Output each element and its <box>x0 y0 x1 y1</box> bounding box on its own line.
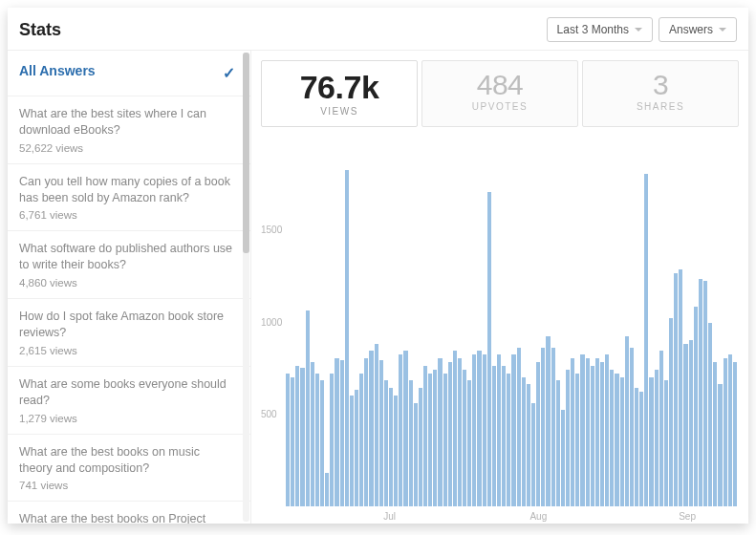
chart-bar <box>320 380 324 506</box>
chart-bar <box>649 377 653 506</box>
chart-bar <box>300 368 304 506</box>
type-label: Answers <box>669 23 713 36</box>
sidebar-item-question: What are some books everyone should read… <box>19 376 233 409</box>
chart-bar <box>458 358 462 506</box>
chart-bar <box>306 310 310 506</box>
sidebar-item-question: How do I spot fake Amazon book store rev… <box>19 309 233 341</box>
chart-bar <box>689 340 693 506</box>
chart-bar <box>566 370 570 506</box>
chart-bar <box>497 354 501 506</box>
sidebar-item[interactable]: What are the best books on Project Manag… <box>8 502 250 524</box>
chart-bar <box>708 323 712 506</box>
page-title: Stats <box>19 20 61 40</box>
sidebar-item[interactable]: What software do published authors use t… <box>8 231 250 299</box>
header-controls: Last 3 Months Answers <box>547 17 737 42</box>
body: All Answers✓What are the best sites wher… <box>8 50 748 524</box>
chart-bar <box>575 374 579 506</box>
chart-bar <box>330 374 334 506</box>
sidebar-item-views: 741 views <box>19 480 233 491</box>
chart-bar <box>586 358 590 506</box>
sidebar-item[interactable]: What are the best books on music theory … <box>8 435 250 503</box>
stat-card-views[interactable]: 76.7k VIEWS <box>261 60 418 127</box>
sidebar-item-label: All Answers <box>19 62 96 80</box>
chart-bar <box>541 348 545 506</box>
chart-bar <box>286 374 290 506</box>
stat-label: UPVOTES <box>426 101 573 112</box>
chart-bar <box>610 370 614 506</box>
chart-bars <box>286 137 737 506</box>
sidebar-item[interactable]: What are some books everyone should read… <box>8 367 250 435</box>
chart-bar <box>718 384 722 506</box>
x-tick: Jul <box>383 511 396 522</box>
chart-bar <box>561 410 565 506</box>
chart-bar <box>733 362 737 506</box>
chart-bar <box>438 358 442 506</box>
chart-bar <box>639 392 643 506</box>
chart-bar <box>399 354 402 506</box>
chart-bar <box>664 380 668 506</box>
chart-bar <box>600 362 604 506</box>
stat-card-shares[interactable]: 3 SHARES <box>582 60 739 127</box>
sidebar-item-views: 52,622 views <box>19 142 233 154</box>
chart-bar <box>295 366 299 506</box>
chart-bar <box>511 354 515 506</box>
chart-bar <box>536 362 540 506</box>
range-dropdown[interactable]: Last 3 Months <box>547 17 653 42</box>
chart-bar <box>433 370 437 506</box>
stat-card-upvotes[interactable]: 484 UPVOTES <box>421 60 578 127</box>
stat-value: 3 <box>587 69 734 101</box>
chart-bar <box>674 273 678 506</box>
chart-bar <box>453 351 457 506</box>
sidebar-item-views: 4,860 views <box>19 277 233 289</box>
chevron-down-icon <box>635 28 642 32</box>
chart-bar <box>679 269 682 506</box>
sidebar-item[interactable]: How do I spot fake Amazon book store rev… <box>8 299 250 367</box>
chart-bar <box>477 351 481 506</box>
sidebar: All Answers✓What are the best sites wher… <box>8 51 251 524</box>
chart-bar <box>345 170 349 506</box>
chart-bar <box>340 360 344 506</box>
chart-bar <box>394 396 398 506</box>
chart-bar <box>291 377 294 506</box>
chart-bar <box>595 358 599 506</box>
stat-cards: 76.7k VIEWS 484 UPVOTES 3 SHARES <box>261 60 739 127</box>
sidebar-item-views: 1,279 views <box>19 413 233 424</box>
chart-bar <box>448 362 452 506</box>
sidebar-item[interactable]: What are the best sites where I can down… <box>8 96 250 164</box>
type-dropdown[interactable]: Answers <box>659 17 737 42</box>
chart-bar <box>635 388 638 506</box>
sidebar-item[interactable]: Can you tell how many copies of a book h… <box>8 164 250 232</box>
chart-bar <box>379 360 383 506</box>
chart-bar <box>389 388 393 506</box>
chart-bar <box>669 318 673 506</box>
chart-bar <box>655 370 659 506</box>
chart-bar <box>335 358 338 506</box>
chart-bar <box>571 358 574 506</box>
sidebar-item-question: What software do published authors use t… <box>19 241 233 273</box>
chart-bar <box>315 374 319 506</box>
chart: 50010001500JulAugSep <box>261 133 739 524</box>
chevron-down-icon <box>719 28 726 32</box>
x-tick: Sep <box>679 511 696 522</box>
chart-bar <box>580 354 584 506</box>
chart-bar <box>703 281 707 506</box>
chart-bar <box>355 390 358 506</box>
chart-bar <box>428 374 432 506</box>
chart-bar <box>369 351 373 506</box>
chart-bar <box>423 366 427 506</box>
chart-bar <box>384 380 388 506</box>
main: 76.7k VIEWS 484 UPVOTES 3 SHARES 5001000… <box>251 51 748 524</box>
y-tick: 500 <box>261 409 277 419</box>
sidebar-item-question: Can you tell how many copies of a book h… <box>19 174 233 206</box>
scrollbar[interactable] <box>243 53 249 522</box>
scrollbar-thumb[interactable] <box>243 53 249 253</box>
chart-bar <box>556 380 560 506</box>
chart-bar <box>527 384 530 506</box>
chart-bar <box>713 362 717 506</box>
sidebar-item-all[interactable]: All Answers✓ <box>8 51 250 96</box>
sidebar-item-views: 2,615 views <box>19 345 233 356</box>
chart-bar <box>325 473 329 506</box>
stats-panel: Stats Last 3 Months Answers All Answers✓… <box>8 8 748 524</box>
chart-bar <box>683 344 687 506</box>
stat-value: 484 <box>426 69 573 101</box>
